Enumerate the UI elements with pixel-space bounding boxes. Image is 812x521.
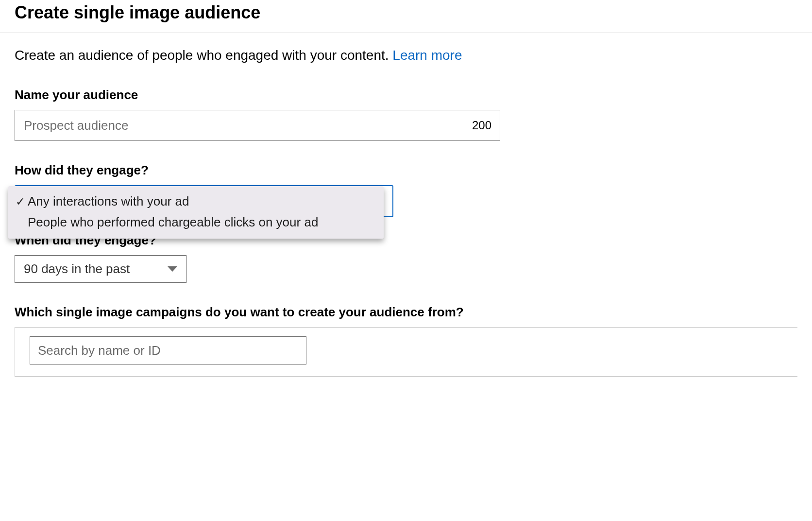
page-title: Create single image audience xyxy=(15,0,797,23)
how-engage-section: How did they engage? ✓ Any interactions … xyxy=(15,163,797,217)
learn-more-link[interactable]: Learn more xyxy=(392,48,462,63)
how-engage-label: How did they engage? xyxy=(15,163,797,178)
name-your-audience-section: Name your audience 200 xyxy=(15,87,797,141)
when-engage-select[interactable]: 90 days in the past xyxy=(15,255,186,283)
check-icon: ✓ xyxy=(15,195,26,208)
dropdown-option-label: Any interactions with your ad xyxy=(28,194,189,209)
campaigns-label: Which single image campaigns do you want… xyxy=(15,305,797,320)
audience-name-input[interactable] xyxy=(15,110,500,141)
how-engage-dropdown: ✓ Any interactions with your ad People w… xyxy=(8,186,384,239)
chevron-down-icon xyxy=(168,266,177,272)
when-engage-section: When did they engage? 90 days in the pas… xyxy=(15,233,797,283)
char-counter: 200 xyxy=(472,119,491,132)
campaigns-section: Which single image campaigns do you want… xyxy=(15,305,797,377)
name-audience-label: Name your audience xyxy=(15,87,797,103)
campaigns-box xyxy=(15,327,797,377)
dropdown-option-label: People who performed chargeable clicks o… xyxy=(28,215,318,230)
dropdown-option-any-interactions[interactable]: ✓ Any interactions with your ad xyxy=(8,191,384,212)
campaign-search-input[interactable] xyxy=(30,336,306,365)
description-prefix: Create an audience of people who engaged… xyxy=(15,48,392,63)
description-text: Create an audience of people who engaged… xyxy=(15,48,797,63)
dropdown-option-chargeable-clicks[interactable]: People who performed chargeable clicks o… xyxy=(8,212,384,233)
when-engage-selected-value: 90 days in the past xyxy=(24,261,130,277)
